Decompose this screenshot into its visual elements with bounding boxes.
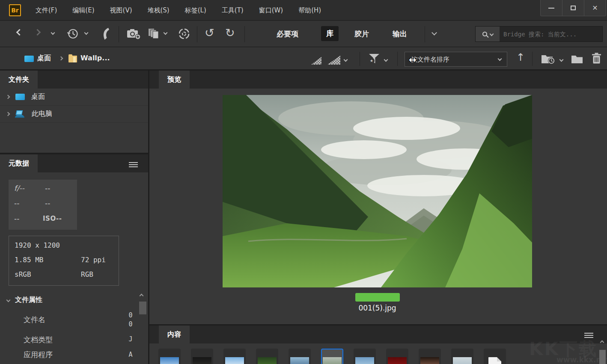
- thumbnail-red-poster[interactable]: [386, 349, 408, 364]
- workspace-tab-essentials[interactable]: 必要项: [277, 29, 298, 39]
- minimize-button[interactable]: [541, 0, 562, 16]
- pathbar-separator: [360, 52, 360, 66]
- metadata-tabbar: 元数据: [0, 154, 148, 172]
- breadcrumb-folder[interactable]: Wallp...: [80, 54, 110, 62]
- toolbar-separator: [119, 26, 119, 42]
- thumbnail-lake-landscape[interactable]: [354, 349, 376, 364]
- thumbnail-quality-icon[interactable]: [311, 57, 321, 65]
- tab-folders[interactable]: 文件夹: [0, 71, 38, 89]
- back-button[interactable]: [16, 29, 23, 36]
- app-logo-icon: Br: [9, 4, 21, 16]
- close-button[interactable]: ✕: [584, 0, 606, 16]
- navigation-dropdown-icon[interactable]: [51, 31, 55, 35]
- camera-metadata-placeholder: f/-- -- -- -- -- ISO--: [9, 180, 77, 230]
- color-mode: RGB: [81, 270, 93, 278]
- thumbnail-document[interactable]: [484, 349, 506, 364]
- tab-content[interactable]: 内容: [159, 326, 190, 343]
- label-rating-bar[interactable]: [355, 293, 400, 302]
- thumbnail-green-valley-selected[interactable]: [321, 349, 343, 364]
- tab-preview[interactable]: 预览: [159, 71, 190, 89]
- sort-ascending-button[interactable]: ↑: [516, 52, 525, 62]
- search-scope-button[interactable]: [476, 27, 500, 41]
- pathbar-separator: [532, 52, 533, 66]
- aperture-refine-icon[interactable]: [178, 28, 190, 40]
- prop-doctype-label: 文档类型: [24, 335, 53, 345]
- filter-dropdown-icon[interactable]: [384, 58, 388, 62]
- history-icon[interactable]: [67, 28, 79, 40]
- filter-button[interactable]: ★: [369, 54, 379, 64]
- rotate-left-button[interactable]: ↺: [205, 27, 214, 38]
- menu-view[interactable]: 视图(V): [108, 5, 134, 16]
- desktop-icon: [24, 56, 34, 62]
- toolbar-separator: [244, 26, 245, 42]
- search-icon: [482, 32, 487, 36]
- tab-metadata[interactable]: 元数据: [0, 154, 38, 172]
- image-dimensions: 1920 x 1200: [15, 241, 60, 249]
- prop-application-value: A: [126, 350, 135, 359]
- recent-dropdown-icon[interactable]: [559, 58, 564, 62]
- folders-tabbar: 文件夹: [0, 71, 148, 89]
- search-input[interactable]: [500, 27, 602, 41]
- thumbnail-portrait[interactable]: [419, 349, 441, 364]
- image-info-box: 1920 x 1200 1.85 MB 72 ppi sRGB RGB: [9, 236, 119, 286]
- shutter-value: --: [45, 184, 50, 192]
- menu-help[interactable]: 帮助(H): [296, 5, 323, 16]
- thumbnail-sky-clouds[interactable]: [158, 349, 181, 364]
- quality-dropdown-icon[interactable]: [344, 58, 348, 62]
- pathbar: 桌面 Wallp... ★ 按文件名排序 ↔ ↑: [0, 47, 607, 71]
- import-from-camera-icon[interactable]: [127, 28, 141, 40]
- batch-stack-icon[interactable]: [148, 28, 160, 39]
- breadcrumb-desktop[interactable]: 桌面: [37, 54, 51, 63]
- menu-stacks[interactable]: 堆栈(S): [146, 5, 172, 16]
- delete-trash-icon[interactable]: [592, 53, 601, 65]
- tree-item-this-pc[interactable]: 此电脑: [0, 106, 148, 123]
- menu-window[interactable]: 窗口(W): [257, 5, 286, 16]
- tree-expand-icon[interactable]: [6, 95, 10, 99]
- forward-button[interactable]: [34, 29, 41, 36]
- metering-value: --: [45, 199, 50, 207]
- window-scrollbar-thumb[interactable]: [599, 350, 606, 364]
- menu-tools[interactable]: 工具(T): [220, 5, 246, 16]
- sort-dropdown[interactable]: 按文件名排序: [405, 52, 507, 67]
- sidebar-scrollbar-thumb[interactable]: [139, 302, 146, 314]
- thumbnail-dark-texture[interactable]: [191, 349, 213, 364]
- batch-dropdown-icon[interactable]: [164, 31, 168, 35]
- workspace-tab-libraries[interactable]: 库: [321, 26, 339, 41]
- iso-value: ISO--: [43, 215, 62, 222]
- file-size: 1.85 MB: [15, 256, 43, 264]
- thumbnail-pale-seascape[interactable]: [451, 349, 473, 364]
- boomerang-icon[interactable]: [101, 27, 110, 40]
- workspace-tab-filmstrip[interactable]: 胶片: [354, 29, 369, 39]
- rotate-right-button[interactable]: ↻: [225, 27, 235, 38]
- thumbnail-mountain-lake[interactable]: [289, 349, 311, 364]
- history-dropdown-icon[interactable]: [84, 31, 89, 35]
- document-file-icon: [488, 357, 501, 364]
- menubar: Br 文件(F) 编辑(E) 视图(V) 堆栈(S) 标签(L) 工具(T) 窗…: [0, 0, 607, 21]
- prop-filename-value: 0 0: [126, 311, 135, 329]
- scroll-up-icon[interactable]: [140, 294, 144, 298]
- flash-value: --: [14, 214, 19, 223]
- tree-expand-icon[interactable]: [6, 112, 10, 116]
- thumbnail-green-forest[interactable]: [256, 349, 278, 364]
- folders-panel: 文件夹 桌面 此电脑: [0, 71, 148, 153]
- menu-items: 文件(F) 编辑(E) 视图(V) 堆栈(S) 标签(L) 工具(T) 窗口(W…: [33, 0, 323, 21]
- file-properties-header[interactable]: 文件属性: [7, 296, 42, 305]
- tree-item-desktop[interactable]: 桌面: [0, 89, 148, 106]
- menu-label[interactable]: 标签(L): [183, 5, 208, 16]
- metadata-menu-icon[interactable]: [129, 161, 138, 169]
- thumbnail-quality-large-icon[interactable]: [327, 56, 340, 65]
- workspace-tab-output[interactable]: 输出: [393, 29, 407, 39]
- recent-files-icon[interactable]: [541, 53, 557, 65]
- maximize-button[interactable]: [562, 0, 584, 16]
- menu-edit[interactable]: 编辑(E): [70, 5, 96, 16]
- preview-image[interactable]: [223, 95, 532, 287]
- new-folder-icon[interactable]: [571, 54, 583, 64]
- filter-star-icon: ★: [369, 58, 375, 64]
- menu-file[interactable]: 文件(F): [33, 5, 59, 16]
- workspace-dropdown-icon[interactable]: [431, 30, 437, 36]
- main-area: 预览: [149, 71, 607, 364]
- folder-icon: [68, 56, 77, 62]
- bridge-window: Br 文件(F) 编辑(E) 视图(V) 堆栈(S) 标签(L) 工具(T) 窗…: [0, 0, 607, 364]
- resolution: 72 ppi: [81, 256, 106, 264]
- thumbnail-blue-sky-landscape[interactable]: [223, 349, 246, 364]
